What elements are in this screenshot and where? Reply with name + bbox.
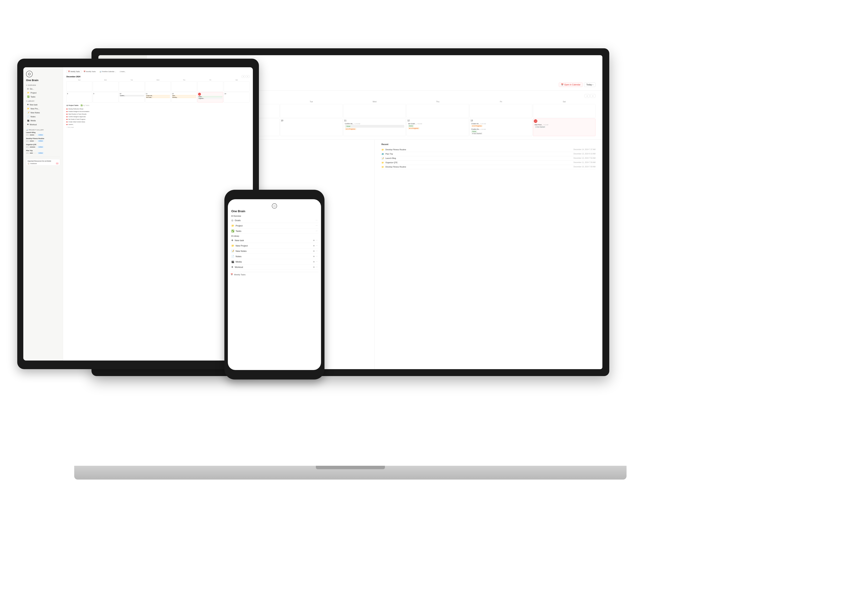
today-btn[interactable]: Today › — [584, 82, 595, 87]
recent-develop-fitness-2[interactable]: 📁 Develop Fitness Routine December 10, 2… — [381, 165, 595, 169]
phone-app-name: One Brain — [231, 210, 318, 213]
phone-tasks-icon: ✅ — [231, 229, 234, 233]
cal-cell-empty-7[interactable] — [533, 104, 595, 118]
phone-item-notes[interactable]: 📄 Notes ⊕ ⋯ — [231, 254, 318, 259]
phone-item-project[interactable]: 📁 Project ⋯ — [231, 223, 318, 228]
tablet-sidebar-goals[interactable]: ◎ Go... — [26, 87, 60, 91]
calendar-next-btn[interactable]: › — [590, 94, 595, 98]
t-event-start[interactable]: Start... — [172, 95, 196, 96]
t-cal-e4[interactable] — [145, 81, 171, 91]
t-event-set-goals[interactable]: Set Goals... — [146, 97, 170, 98]
cal-cell-12[interactable]: 12 Set Goals ... 7:58 AM Done ● In Progr… — [406, 118, 469, 136]
phone-item-new-project[interactable]: 📁 New Project ⊕ ⋯ — [231, 243, 318, 248]
tablet-sidebar-media[interactable]: 🎬 Media — [26, 119, 60, 122]
phone-new-notes-icon: 📝 — [231, 250, 234, 252]
tablet-tab-weekly[interactable]: 📅 Weekly Tasks — [66, 70, 82, 73]
tablet-cal-next-btn[interactable]: › — [246, 75, 249, 78]
phone-item-new-notes[interactable]: 📝 New Notes ⊕ ⋯ — [231, 248, 318, 254]
tablet-sidebar-tasks[interactable]: ✅ Tasks — [26, 95, 60, 99]
t-cal-e5[interactable] — [171, 81, 197, 91]
tablet-timeline-icon: 📊 — [99, 71, 101, 72]
tablet-goals-icon: ◎ — [27, 88, 29, 90]
t-event-confirm[interactable]: Confirm... — [120, 95, 144, 96]
tablet-cal-prev-btn[interactable]: ‹ — [242, 75, 245, 78]
tablet-my-tasks-tab[interactable]: ✅ My Tasks — [80, 105, 90, 106]
t-cal-8[interactable]: 8 — [66, 92, 92, 102]
tablet-sidebar-new-notes[interactable]: 📝 New Notes — [26, 111, 60, 115]
t-event-create[interactable]: Create Initi... — [146, 95, 170, 96]
t-cal-9[interactable]: 9 — [93, 92, 118, 102]
phone-logo — [272, 203, 277, 209]
cal-cell-11[interactable]: 11 Confirm Bu... 11:59 AM Done ● In Prog… — [343, 118, 406, 136]
t-cal-e6[interactable] — [197, 81, 223, 91]
t-cal-e3[interactable] — [119, 81, 145, 91]
tablet-sidebar-new-proj[interactable]: 📁 New Pro... — [26, 107, 60, 110]
tablet-sidebar-notes[interactable]: 📄 Notes — [26, 115, 60, 118]
tablet-tab-timeline[interactable]: 📊 Timeline-Calendar ... — [98, 70, 118, 73]
event-confirm-bu[interactable]: Confirm Bu... 11:59 AM Done ● In Progres… — [344, 123, 405, 130]
recent-develop-fitness[interactable]: 📁 Develop Fitness Routine December 14, 2… — [381, 148, 595, 152]
phone-item-goals[interactable]: ◎ Goals ⋯ — [231, 218, 318, 223]
tablet-project-launch-blog[interactable]: Launch Blog 65% Active — [26, 132, 60, 136]
tablet-db-item[interactable]: 📋 Database ... — [28, 162, 58, 164]
tablet-task-4[interactable]: Confirm Budget & Approvals — [66, 115, 249, 118]
tablet-overview-label: ▾ Overview — [26, 84, 60, 86]
tablet-tab-more[interactable]: 2 more... — [118, 70, 128, 73]
phone-bottom-bar: 📅 Weekly Tasks — [231, 272, 318, 276]
tablet-task-1[interactable]: Weekly Reflection Ritual — [66, 108, 249, 110]
recent-organize-qte[interactable]: 📁 Organize QTE December 11, 2024 7:59 AM — [381, 160, 595, 165]
tablet-task-5[interactable]: Set Goals & Track Progress — [66, 118, 249, 121]
t-event-organize[interactable]: Organize... — [198, 97, 222, 99]
t-cal-11[interactable]: 11 Create Initi... Set Goals... — [145, 92, 171, 102]
tablet-tab-monthly[interactable]: 📅 Monthly Tasks — [82, 70, 98, 73]
event-start-rout[interactable]: Start Rout... 7:41 AM ● Not Started — [534, 124, 595, 128]
t-cal-14[interactable]: 14 — [224, 92, 249, 102]
cal-cell-10[interactable]: 10 — [280, 118, 343, 136]
t-cal-12[interactable]: 12 Start... Develop... — [171, 92, 197, 102]
phone-project-icon: 📁 — [231, 224, 234, 227]
tablet-progress-organize: 80% Active — [26, 146, 60, 148]
tablet-sidebar-workout[interactable]: ✚ Workout — [26, 123, 60, 126]
cal-cell-empty-4[interactable] — [343, 104, 406, 118]
phone-calendar-icon: 📅 — [231, 273, 233, 276]
gallery-icon: 📊 — [26, 129, 28, 131]
tablet-task-3[interactable]: Start Routine & Track Results — [66, 113, 249, 115]
phone-bezel: One Brain ✚ Overview ◎ Goals ⋯ — [224, 190, 324, 380]
cal-cell-empty-3[interactable] — [280, 104, 343, 118]
tablet-bezel: One Brain ▾ Overview ◎ Go... 📁 Project — [17, 59, 259, 369]
calendar-prev-btn[interactable]: ‹ — [584, 94, 590, 98]
tablet-tasks-icon: ✅ — [27, 96, 30, 98]
tablet-new-page[interactable]: + New page — [66, 126, 249, 128]
tablet-project-organize-qte[interactable]: Organize QTE 80% Active — [26, 144, 60, 148]
t-cal-e2[interactable] — [93, 81, 118, 91]
phone-item-new-task[interactable]: ✚ New task ⊕ ⋯ — [231, 238, 318, 243]
t-cal-e7[interactable] — [224, 81, 249, 91]
open-in-calendar-btn[interactable]: 📅 Open in Calendar — [559, 82, 583, 87]
t-cal-13[interactable]: 13 Finali... Organize... — [197, 92, 223, 102]
cal-cell-empty-6[interactable] — [470, 104, 532, 118]
phone-overview-section: ✚ Overview — [231, 215, 318, 217]
cal-cell-14[interactable]: 14 Start Rout... 7:41 AM ● Not Started — [533, 118, 595, 136]
tablet-project-plan-trip[interactable]: Plan Trip 45% Active — [26, 150, 60, 154]
t-event-finali[interactable]: Finali... — [198, 96, 222, 97]
t-event-develop[interactable]: Develop... — [172, 97, 196, 98]
t-cal-10[interactable]: 10 Confirm... — [119, 92, 145, 102]
cal-header-tue: Tue — [280, 100, 343, 103]
tablet-sidebar-project[interactable]: 📁 Project — [26, 91, 60, 94]
event-set-goals[interactable]: Set Goals ... 7:58 AM Done ● In Progress — [407, 123, 468, 130]
tablet-sidebar-new-task[interactable]: ✚ New task — [26, 103, 60, 107]
phone-item-media[interactable]: 🎬 Media ⊕ ⋯ — [231, 259, 318, 264]
t-cal-e1[interactable] — [66, 81, 92, 91]
event-create-init[interactable]: Create Init... 11:54 AM ● In Progress — [471, 123, 531, 127]
tablet-project-develop-fitness[interactable]: Develop Fitness Routine 60% Active — [26, 138, 60, 142]
phone-item-workout[interactable]: ✚ Workout ⊕ ⋯ — [231, 264, 318, 270]
cal-cell-empty-5[interactable] — [406, 104, 469, 118]
tablet-task-2[interactable]: Finalize Budget & Accommodation — [66, 110, 249, 113]
recent-plan-trip[interactable]: 🗺️ Plan Trip December 13, 2024 9:10 AM — [381, 152, 595, 156]
event-finalize-bu[interactable]: Finalize Bu... 6:16 AM Done ● Not Starte… — [471, 128, 531, 135]
recent-launch-blog[interactable]: 📝 Launch Blog December 13, 2024 7:54 AM — [381, 156, 595, 160]
cal-cell-13[interactable]: 13 Create Init... 11:54 AM ● In Progress… — [470, 118, 532, 136]
tablet-task-6[interactable]: Create Initial Content Ideas — [66, 121, 249, 123]
tablet-task-7[interactable]: Launch... — [66, 123, 249, 126]
phone-item-tasks[interactable]: ✅ Tasks ⋯ — [231, 228, 318, 234]
